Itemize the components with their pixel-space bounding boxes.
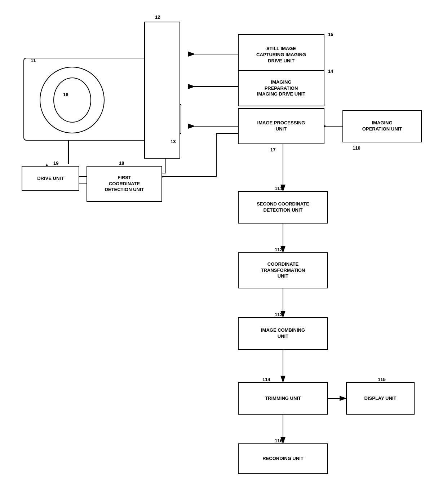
- imaging-prep-box: IMAGING PREPARATION IMAGING DRIVE UNIT: [238, 70, 324, 106]
- first-coord-box: FIRST COORDINATE DETECTION UNIT: [87, 166, 162, 202]
- ref-115: 115: [378, 377, 386, 382]
- second-coord-box: SECOND COORDINATE DETECTION UNIT: [238, 191, 328, 224]
- imaging-operation-label: IMAGING OPERATION UNIT: [362, 120, 402, 132]
- image-processing-label: IMAGE PROCESSING UNIT: [257, 120, 305, 132]
- recording-unit-box: RECORDING UNIT: [238, 443, 328, 474]
- image-combining-box: IMAGE COMBINING UNIT: [238, 317, 328, 350]
- display-unit-label: DISPLAY UNIT: [364, 395, 397, 402]
- ref-12: 12: [155, 14, 160, 20]
- coord-transform-label: COORDINATE TRANSFORMATION UNIT: [261, 261, 305, 280]
- ref-14: 14: [328, 68, 333, 74]
- coord-transform-box: COORDINATE TRANSFORMATION UNIT: [238, 252, 328, 288]
- image-combining-label: IMAGE COMBINING UNIT: [261, 327, 305, 340]
- lens-inner: [53, 78, 91, 123]
- ref-18: 18: [119, 160, 124, 166]
- ref-116: 116: [275, 438, 283, 443]
- trimming-unit-box: TRIMMING UNIT: [238, 382, 328, 415]
- ref-17: 17: [270, 147, 275, 152]
- second-coord-label: SECOND COORDINATE DETECTION UNIT: [257, 201, 309, 213]
- ref-16: 16: [63, 92, 68, 97]
- ref-13: 13: [171, 139, 176, 144]
- imaging-prep-label: IMAGING PREPARATION IMAGING DRIVE UNIT: [257, 79, 305, 98]
- imaging-operation-box: IMAGING OPERATION UNIT: [342, 110, 422, 142]
- first-coord-label: FIRST COORDINATE DETECTION UNIT: [105, 175, 144, 193]
- box-12: [144, 22, 180, 159]
- ref-114: 114: [262, 377, 270, 382]
- image-processing-box: IMAGE PROCESSING UNIT: [238, 108, 324, 144]
- drive-unit-box: DRIVE UNIT: [22, 166, 79, 191]
- ref-19: 19: [53, 160, 58, 166]
- ref-113: 113: [275, 312, 283, 317]
- display-unit-box: DISPLAY UNIT: [346, 382, 415, 415]
- trimming-unit-label: TRIMMING UNIT: [265, 395, 301, 402]
- drive-unit-label: DRIVE UNIT: [37, 176, 64, 182]
- ref-111: 111: [275, 186, 283, 191]
- ref-11: 11: [31, 58, 36, 63]
- ref-112: 112: [275, 247, 283, 252]
- recording-unit-label: RECORDING UNIT: [262, 456, 303, 462]
- still-image-box: STILL IMAGE CAPTURING IMAGING DRIVE UNIT: [238, 34, 324, 76]
- ref-15: 15: [328, 32, 333, 37]
- ref-110: 110: [353, 145, 360, 151]
- still-image-label: STILL IMAGE CAPTURING IMAGING DRIVE UNIT: [256, 46, 306, 64]
